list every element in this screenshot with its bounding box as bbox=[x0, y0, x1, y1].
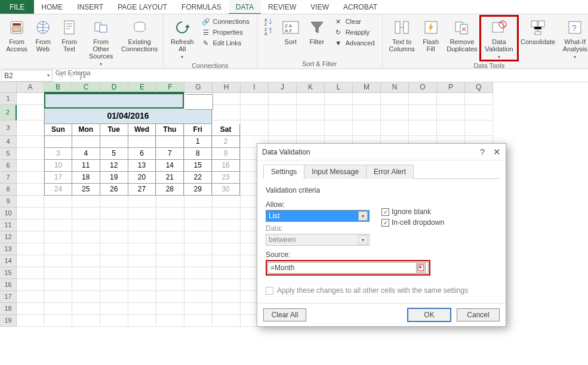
cell-A4[interactable] bbox=[17, 136, 44, 148]
calendar-cell[interactable] bbox=[72, 136, 100, 148]
cell-B16[interactable] bbox=[44, 279, 72, 291]
cancel-formula-icon[interactable]: ✕ bbox=[59, 72, 64, 80]
cell-B19[interactable] bbox=[44, 315, 72, 327]
cell-A14[interactable] bbox=[17, 255, 44, 267]
cell-B12[interactable] bbox=[44, 231, 72, 243]
cell-O3[interactable] bbox=[409, 120, 437, 136]
cell-K2[interactable] bbox=[297, 105, 325, 120]
cell-E16[interactable] bbox=[128, 279, 156, 291]
cell-H19[interactable] bbox=[213, 315, 241, 327]
cell-M1[interactable] bbox=[353, 93, 381, 105]
data-validation-button[interactable]: DataValidation ▾ bbox=[480, 16, 518, 61]
cell-B9[interactable] bbox=[44, 196, 72, 208]
whatif-analysis-button[interactable]: ? What-IfAnalysis ▾ bbox=[558, 16, 588, 61]
cell-G11[interactable] bbox=[184, 219, 213, 231]
dialog-close-button[interactable]: ✕ bbox=[493, 147, 501, 156]
cell-A9[interactable] bbox=[17, 196, 44, 208]
column-header-L[interactable]: L bbox=[325, 82, 353, 93]
cell-A5[interactable] bbox=[17, 148, 44, 160]
row-header-1[interactable]: 1 bbox=[0, 93, 17, 105]
dialog-tab-settings[interactable]: Settings bbox=[263, 165, 304, 179]
cell-C18[interactable] bbox=[72, 303, 100, 315]
row-header-12[interactable]: 12 bbox=[0, 231, 17, 243]
cell-N2[interactable] bbox=[381, 105, 409, 120]
calendar-cell[interactable]: 29 bbox=[184, 184, 212, 196]
calendar-cell[interactable]: 14 bbox=[156, 160, 184, 172]
calendar-cell[interactable]: 13 bbox=[128, 160, 156, 172]
cell-C15[interactable] bbox=[72, 267, 100, 279]
row-header-10[interactable]: 10 bbox=[0, 208, 17, 219]
cell-C10[interactable] bbox=[72, 208, 100, 219]
refresh-all-button[interactable]: RefreshAll ▾ bbox=[167, 16, 198, 61]
column-header-P[interactable]: P bbox=[437, 82, 465, 93]
cell-B13[interactable] bbox=[44, 243, 72, 255]
calendar-cell[interactable]: 1 bbox=[184, 136, 212, 148]
cell-G14[interactable] bbox=[184, 255, 213, 267]
calendar-cell[interactable]: 23 bbox=[212, 172, 240, 184]
cell-Q1[interactable] bbox=[465, 93, 493, 105]
calendar-cell[interactable]: 10 bbox=[44, 160, 72, 172]
clear-filter-button[interactable]: ✕Clear bbox=[333, 17, 376, 26]
row-header-2[interactable]: 2 bbox=[0, 105, 17, 120]
cell-M2[interactable] bbox=[353, 105, 381, 120]
flash-fill-button[interactable]: FlashFill bbox=[418, 16, 444, 52]
cell-I2[interactable] bbox=[241, 105, 269, 120]
cell-B14[interactable] bbox=[44, 255, 72, 267]
cell-A8[interactable] bbox=[17, 184, 44, 196]
calendar-cell[interactable]: 20 bbox=[128, 172, 156, 184]
clear-all-button[interactable]: Clear All bbox=[263, 308, 306, 321]
cell-B11[interactable] bbox=[44, 219, 72, 231]
cell-L2[interactable] bbox=[325, 105, 353, 120]
cell-G12[interactable] bbox=[184, 231, 213, 243]
cell-A10[interactable] bbox=[17, 208, 44, 219]
cell-D10[interactable] bbox=[100, 208, 128, 219]
text-to-columns-button[interactable]: Text toColumns bbox=[386, 16, 418, 52]
cell-C11[interactable] bbox=[72, 219, 100, 231]
cell-B15[interactable] bbox=[44, 267, 72, 279]
cell-C12[interactable] bbox=[72, 231, 100, 243]
cell-A2[interactable] bbox=[17, 105, 44, 120]
from-access-button[interactable]: FromAccess bbox=[4, 16, 30, 52]
tab-acrobat[interactable]: ACROBAT bbox=[336, 0, 384, 14]
connections-button[interactable]: 🔗Connections bbox=[200, 17, 251, 26]
cell-E18[interactable] bbox=[128, 303, 156, 315]
formula-input[interactable] bbox=[91, 70, 588, 82]
tab-view[interactable]: VIEW bbox=[303, 0, 336, 14]
column-header-A[interactable]: A bbox=[17, 82, 44, 93]
cell-E12[interactable] bbox=[128, 231, 156, 243]
from-text-button[interactable]: FromText bbox=[56, 16, 82, 52]
cell-D11[interactable] bbox=[100, 219, 128, 231]
name-box[interactable]: B2▾ bbox=[1, 70, 53, 82]
row-header-11[interactable]: 11 bbox=[0, 219, 17, 231]
cell-Q3[interactable] bbox=[465, 120, 493, 136]
column-header-G[interactable]: G bbox=[184, 82, 213, 93]
cell-C9[interactable] bbox=[72, 196, 100, 208]
calendar-cell[interactable]: 2 bbox=[212, 136, 240, 148]
row-header-6[interactable]: 6 bbox=[0, 160, 17, 172]
cell-A12[interactable] bbox=[17, 231, 44, 243]
cell-D16[interactable] bbox=[100, 279, 128, 291]
from-other-sources-button[interactable]: From OtherSources ▾ bbox=[82, 16, 119, 68]
cell-P3[interactable] bbox=[437, 120, 465, 136]
cell-P2[interactable] bbox=[437, 105, 465, 120]
calendar-cell[interactable]: 22 bbox=[184, 172, 212, 184]
calendar-cell[interactable]: 15 bbox=[184, 160, 212, 172]
cell-C16[interactable] bbox=[72, 279, 100, 291]
cell-E10[interactable] bbox=[128, 208, 156, 219]
filter-button[interactable]: Filter bbox=[304, 16, 330, 45]
cell-F18[interactable] bbox=[156, 303, 184, 315]
ok-button[interactable]: OK bbox=[408, 308, 451, 321]
cell-A17[interactable] bbox=[17, 291, 44, 303]
cell-D18[interactable] bbox=[100, 303, 128, 315]
cancel-button[interactable]: Cancel bbox=[457, 308, 500, 321]
column-header-B[interactable]: B bbox=[44, 82, 72, 93]
cell-K1[interactable] bbox=[297, 93, 325, 105]
cell-F11[interactable] bbox=[156, 219, 184, 231]
cell-I3[interactable] bbox=[241, 120, 269, 136]
cell-G16[interactable] bbox=[184, 279, 213, 291]
cell-B18[interactable] bbox=[44, 303, 72, 315]
column-header-K[interactable]: K bbox=[297, 82, 325, 93]
tab-insert[interactable]: INSERT bbox=[70, 0, 110, 14]
dialog-help-button[interactable]: ? bbox=[480, 147, 485, 156]
row-header-19[interactable]: 19 bbox=[0, 315, 17, 327]
